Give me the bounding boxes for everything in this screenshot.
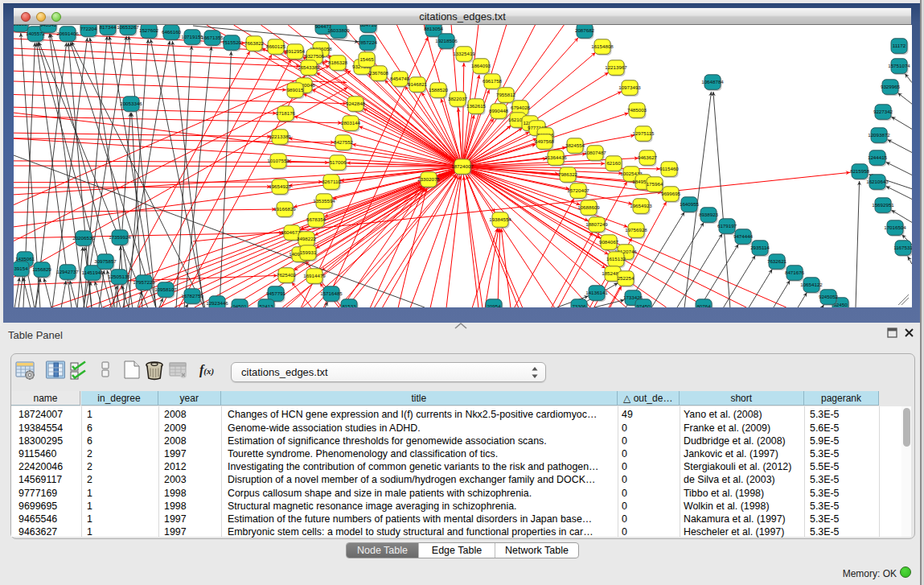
svg-text:13535594: 13535594: [313, 198, 335, 204]
svg-text:12923446: 12923446: [206, 300, 228, 306]
svg-text:94501: 94501: [232, 303, 247, 307]
svg-text:30975857: 30975857: [94, 258, 117, 264]
svg-text:8813054: 8813054: [424, 26, 444, 31]
svg-text:2803144: 2803144: [341, 120, 361, 126]
svg-text:9242848: 9242848: [346, 101, 366, 106]
svg-text:9457791: 9457791: [266, 290, 286, 296]
svg-text:19166829: 19166829: [273, 206, 296, 212]
svg-text:3824554: 3824554: [565, 142, 585, 148]
svg-text:15720407: 15720407: [567, 187, 589, 193]
svg-text:11172: 11172: [893, 43, 906, 48]
svg-text:9245052: 9245052: [819, 294, 839, 299]
svg-text:14136141: 14136141: [585, 290, 608, 295]
svg-text:940342: 940342: [40, 25, 57, 27]
svg-text:18724007: 18724007: [451, 163, 474, 169]
svg-text:2087682: 2087682: [575, 27, 595, 33]
svg-text:16543382: 16543382: [298, 64, 320, 70]
svg-text:12505135: 12505135: [108, 274, 130, 279]
svg-text:9699695: 9699695: [661, 191, 681, 196]
svg-text:772204: 772204: [80, 26, 97, 31]
svg-text:3267110: 3267110: [322, 179, 341, 184]
svg-text:12213967: 12213967: [605, 64, 627, 70]
svg-text:1435061: 1435061: [15, 256, 35, 262]
svg-text:19384554: 19384554: [489, 216, 511, 222]
svg-text:2935114: 2935114: [750, 245, 770, 250]
svg-text:159931: 159931: [300, 249, 317, 255]
svg-text:7663822: 7663822: [244, 40, 265, 46]
svg-text:73306: 73306: [572, 303, 586, 307]
svg-text:2367608: 2367608: [369, 70, 389, 76]
svg-text:19218506: 19218506: [435, 38, 458, 43]
svg-text:8215958: 8215958: [850, 168, 870, 174]
svg-text:9084067: 9084067: [599, 239, 619, 245]
svg-text:6466160: 6466160: [162, 29, 182, 35]
svg-text:1861054: 1861054: [14, 25, 31, 27]
svg-text:20206536: 20206536: [72, 235, 95, 241]
svg-text:1864093: 1864093: [471, 63, 491, 68]
svg-text:817344: 817344: [100, 25, 117, 30]
svg-text:20053346: 20053346: [120, 101, 142, 106]
svg-text:9474444: 9474444: [733, 233, 754, 239]
svg-text:62160: 62160: [606, 160, 621, 166]
svg-text:23302075: 23302075: [417, 176, 440, 182]
svg-text:1167531: 1167531: [893, 245, 912, 250]
svg-text:17016504: 17016504: [884, 225, 906, 230]
svg-text:15716485: 15716485: [320, 290, 343, 296]
svg-text:13325419: 13325419: [453, 51, 475, 56]
svg-text:175964: 175964: [647, 181, 663, 187]
svg-text:1588520: 1588520: [429, 87, 449, 93]
svg-text:12213389: 12213389: [269, 134, 291, 139]
svg-text:9227342: 9227342: [873, 109, 893, 114]
svg-text:16210643: 16210643: [866, 179, 889, 184]
svg-text:10807487: 10807487: [584, 150, 606, 155]
svg-text:12942737: 12942737: [56, 269, 79, 274]
svg-text:10653267: 10653267: [117, 25, 139, 30]
svg-text:10973493: 10973493: [618, 84, 641, 90]
svg-text:19654923: 19654923: [630, 203, 652, 208]
svg-text:39154: 39154: [14, 266, 28, 271]
svg-text:9115460: 9115460: [659, 166, 679, 171]
svg-text:2718176: 2718176: [276, 110, 296, 116]
svg-text:3822037: 3822037: [448, 96, 468, 101]
svg-text:3498222: 3498222: [297, 236, 317, 241]
svg-text:15465: 15465: [359, 56, 374, 62]
svg-text:6497568: 6497568: [535, 138, 555, 144]
svg-text:19654923: 19654923: [269, 183, 291, 189]
svg-text:19756928: 19756928: [625, 227, 647, 233]
svg-text:1640955: 1640955: [680, 201, 700, 207]
svg-text:7632621: 7632621: [767, 258, 787, 264]
svg-text:16782759: 16782759: [181, 293, 203, 299]
svg-text:10654122: 10654122: [800, 282, 823, 287]
svg-text:1615132: 1615132: [606, 256, 626, 262]
svg-text:1244415: 1244415: [868, 154, 888, 160]
svg-text:8454749: 8454749: [390, 76, 410, 81]
svg-text:97450: 97450: [636, 303, 651, 307]
svg-text:10648784: 10648784: [701, 79, 724, 84]
svg-text:10958107: 10958107: [154, 286, 177, 292]
svg-text:80764: 80764: [696, 303, 711, 307]
svg-text:7857224: 7857224: [358, 39, 378, 45]
svg-text:5678354: 5678354: [306, 216, 326, 222]
svg-text:8990448: 8990448: [489, 108, 509, 113]
svg-text:1156829: 1156829: [32, 266, 51, 272]
svg-text:16914479: 16914479: [303, 273, 326, 278]
svg-text:252254: 252254: [618, 275, 634, 281]
svg-text:1527602: 1527602: [139, 27, 159, 33]
svg-text:16033809: 16033809: [327, 27, 350, 33]
svg-text:18807249: 18807249: [585, 221, 608, 227]
svg-text:989015: 989015: [287, 87, 304, 93]
svg-text:21364436: 21364436: [544, 154, 567, 160]
svg-text:11451940: 11451940: [81, 270, 104, 275]
svg-text:9463627: 9463627: [638, 154, 658, 160]
svg-text:517006: 517006: [330, 159, 347, 165]
svg-text:7955812: 7955812: [496, 92, 516, 97]
svg-text:20954: 20954: [487, 303, 501, 307]
svg-text:52413: 52413: [259, 303, 273, 307]
svg-text:81533: 81533: [342, 303, 356, 307]
svg-text:10688609: 10688609: [577, 204, 600, 210]
svg-text:15751074: 15751074: [888, 63, 910, 68]
svg-text:9329965: 9329965: [881, 84, 901, 89]
svg-text:15692951: 15692951: [872, 202, 894, 208]
svg-text:10107553: 10107553: [267, 158, 290, 163]
svg-text:12093872: 12093872: [868, 132, 890, 138]
